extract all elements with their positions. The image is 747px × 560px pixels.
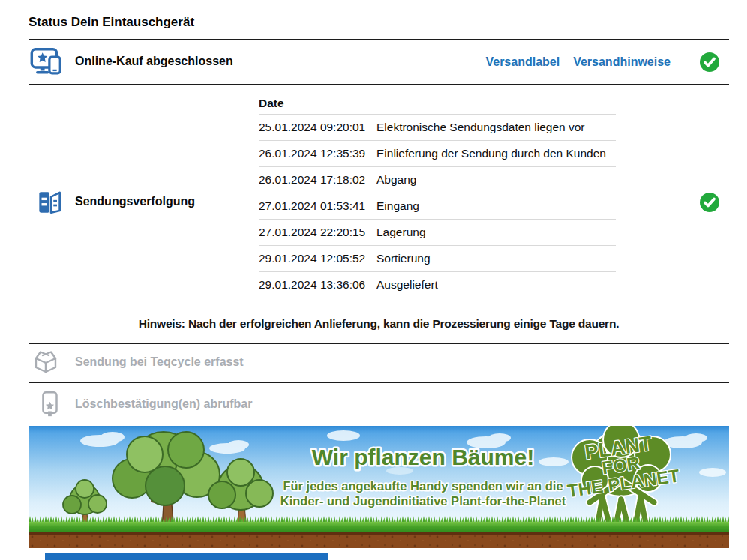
page-title: Status Dein Eintauschgerät	[28, 15, 194, 30]
versandlabel-link[interactable]: Versandlabel	[485, 55, 560, 69]
tracking-table-row: 29.01.2024 12:05:52 Sortierung	[259, 245, 616, 271]
green-check-icon	[699, 52, 720, 73]
tracking-status-cell: Eingang	[376, 193, 616, 219]
grass-band	[28, 522, 729, 532]
divider	[28, 382, 729, 383]
dirt-texture	[28, 535, 729, 548]
shipping-label-icon	[34, 187, 65, 218]
tracking-table-header: Date	[259, 93, 616, 115]
monitor-star-phone-icon	[30, 45, 64, 79]
tracking-status-cell: Sortierung	[376, 246, 616, 271]
dirt-edge	[28, 532, 729, 535]
phone-certificate-icon	[35, 389, 64, 419]
step-label-sendungsverfolgung: Sendungsverfolgung	[75, 195, 195, 208]
plant-for-the-planet-banner: PLANT FOR THE PLANET Wir pflanzen Bäume!…	[28, 426, 729, 548]
tracking-table-row: 27.01.2024 01:53:41 Eingang	[259, 193, 616, 219]
tracking-table-row: 25.01.2024 09:20:01 Elektronische Sendun…	[259, 115, 616, 140]
green-check-icon	[699, 192, 720, 213]
tracking-table-row: 27.01.2024 22:20:15 Lagerung	[259, 219, 616, 245]
banner-subline-1: Für jedes angekaufte Handy spenden wir a…	[283, 479, 562, 493]
tracking-date-cell: 26.01.2024 12:35:39	[259, 141, 376, 166]
divider	[28, 84, 729, 85]
tracking-date-cell: 27.01.2024 22:20:15	[259, 220, 376, 245]
tracking-date-cell: 29.01.2024 13:36:06	[259, 272, 376, 298]
tracking-status-cell: Elektronische Sendungsdaten liegen vor	[376, 115, 616, 140]
tracking-date-cell: 27.01.2024 01:53:41	[259, 193, 376, 219]
banner-subline-2: Kinder- und Jugendinitiative Plant-for-t…	[280, 494, 566, 508]
step-label-teqcycle: Sendung bei Teqcycle erfasst	[75, 355, 244, 369]
tracking-date-cell: 25.01.2024 09:20:01	[259, 115, 376, 140]
banner-headline: Wir pflanzen Bäume!	[312, 445, 534, 469]
divider	[28, 39, 729, 40]
tracking-table: Date 25.01.2024 09:20:01 Elektronische S…	[259, 93, 616, 298]
tracking-table-row: 26.01.2024 17:18:02 Abgang	[259, 166, 616, 193]
versandhinweise-link[interactable]: Versandhinweise	[573, 55, 670, 69]
tracking-status-cell: Einlieferung der Sendung durch den Kunde…	[376, 141, 616, 166]
online-kauf-actions: Versandlabel Versandhinweise	[485, 52, 720, 73]
processing-note: Hinweis: Nach der erfolgreichen Anliefer…	[28, 317, 729, 331]
tracking-status-cell: Ausgeliefert	[376, 272, 616, 298]
bottom-blue-bar	[45, 553, 328, 560]
step-label-online-kauf: Online-Kauf abgeschlossen	[75, 55, 233, 68]
tracking-status-cell: Abgang	[376, 167, 616, 193]
tracking-table-row: 26.01.2024 12:35:39 Einlieferung der Sen…	[259, 140, 616, 166]
tracking-table-row: 29.01.2024 13:36:06 Ausgeliefert	[259, 271, 616, 298]
tracking-date-cell: 29.01.2024 12:05:52	[259, 246, 376, 271]
trade-in-status-page: Status Dein Eintauschgerät Online-Kauf a…	[0, 0, 747, 560]
divider	[28, 343, 729, 344]
tracking-status-cell: Lagerung	[376, 220, 616, 245]
step-label-loeschbestaetigung: Löschbestätigung(en) abrufbar	[75, 397, 252, 411]
tracking-date-cell: 26.01.2024 17:18:02	[259, 167, 376, 193]
open-box-icon	[31, 347, 61, 377]
